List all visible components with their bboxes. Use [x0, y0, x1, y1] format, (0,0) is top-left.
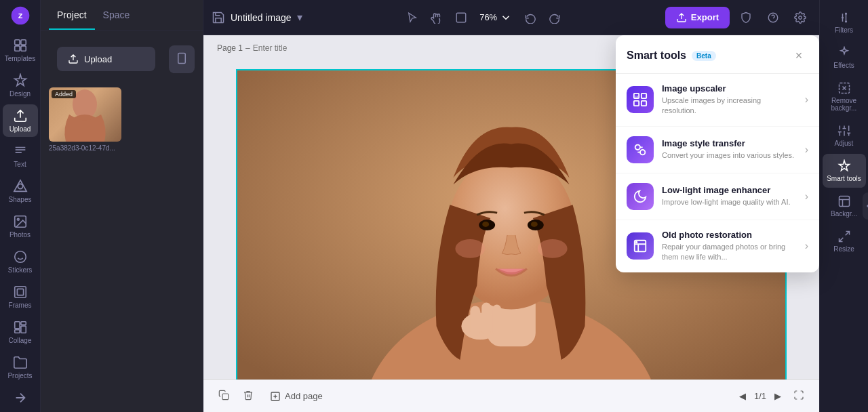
sidebar-item-text[interactable]: Text: [3, 140, 38, 172]
page-indicator: 1/1: [754, 391, 766, 401]
sidebar-item-templates-label: Templates: [5, 55, 36, 62]
restoration-info: Old photo restoration Repair your damage…: [662, 230, 797, 263]
style-transfer-icon: [627, 136, 654, 163]
sidebar-item-frames[interactable]: Frames: [3, 281, 38, 313]
right-sidebar-smart-tools[interactable]: Smart tools: [823, 154, 866, 188]
zoom-control[interactable]: 76%: [475, 7, 516, 28]
tab-space[interactable]: Space: [95, 0, 138, 30]
restoration-name: Old photo restoration: [662, 230, 797, 240]
sidebar-item-photos-label: Photos: [9, 231, 31, 239]
svg-rect-11: [14, 287, 26, 298]
right-sidebar-filters[interactable]: Filters: [823, 5, 866, 39]
next-page-btn[interactable]: ▶: [772, 388, 784, 404]
smart-tools-close-button[interactable]: ×: [789, 46, 808, 65]
smart-tools-header: Smart tools Beta ×: [616, 35, 819, 74]
upscaler-info: Image upscaler Upscale images by increas…: [662, 83, 797, 117]
svg-rect-5: [20, 46, 25, 51]
duplicate-page-btn[interactable]: [214, 386, 233, 407]
svg-rect-71: [642, 94, 646, 98]
delete-page-btn[interactable]: [239, 386, 258, 407]
sidebar-item-design-label: Design: [9, 90, 31, 98]
upload-btn-label: Upload: [84, 54, 112, 64]
bottom-bar: Add page ◀ 1/1 ▶: [203, 379, 819, 412]
list-item[interactable]: Added 25a382d3-0c12-47d...: [49, 87, 121, 152]
right-sidebar-remove-bg[interactable]: Remove backgr...: [823, 76, 866, 117]
svg-rect-21: [456, 13, 466, 22]
settings-icon-btn[interactable]: [789, 7, 811, 28]
smart-tools-title: Smart tools: [627, 49, 686, 62]
sidebar-item-text-label: Text: [14, 161, 26, 168]
zoom-level: 76%: [479, 12, 497, 22]
sidebar-item-projects-label: Projects: [7, 372, 32, 379]
smart-tool-restoration[interactable]: Old photo restoration Repair your damage…: [616, 220, 819, 272]
restoration-chevron: ›: [805, 240, 808, 252]
select-tool-btn[interactable]: [402, 7, 422, 28]
svg-point-39: [531, 222, 538, 227]
svg-rect-13: [14, 322, 19, 329]
lowlight-desc: Improve low-light image quality with AI.: [662, 197, 797, 207]
svg-rect-44: [481, 302, 491, 335]
panel-tab-bar: Project Space: [41, 0, 203, 30]
redo-button[interactable]: [545, 7, 565, 28]
device-btn[interactable]: [169, 45, 195, 73]
sidebar-item-collage[interactable]: Collage: [3, 316, 38, 348]
lowlight-name: Low-light image enhancer: [662, 185, 797, 195]
right-sidebar-filters-label: Filters: [835, 26, 853, 34]
smart-tool-lowlight[interactable]: Low-light image enhancer Improve low-lig…: [616, 173, 819, 220]
smart-tool-upscaler[interactable]: 4K Image upscaler Upscale images by incr…: [616, 74, 819, 127]
prev-page-btn[interactable]: ◀: [736, 388, 749, 404]
add-page-label: Add page: [285, 391, 323, 401]
sidebar-item-stickers[interactable]: Stickers: [3, 245, 38, 278]
panel-collapse-handle[interactable]: [863, 192, 868, 220]
style-transfer-name: Image style transfer: [662, 138, 797, 148]
add-page-button[interactable]: Add page: [263, 387, 330, 406]
svg-text:z: z: [18, 10, 22, 20]
svg-point-50: [842, 17, 843, 18]
frame-tool-btn[interactable]: [451, 7, 471, 28]
smart-tool-style-transfer[interactable]: Image style transfer Convert your images…: [616, 127, 819, 173]
top-bar: Untitled image ▾: [203, 0, 819, 35]
sidebar-item-projects[interactable]: Projects: [3, 351, 38, 384]
right-sidebar-background[interactable]: Backgr...: [823, 189, 866, 223]
svg-rect-43: [470, 306, 480, 336]
sidebar-item-templates[interactable]: Templates: [3, 34, 38, 66]
right-sidebar-resize[interactable]: Resize: [823, 224, 866, 258]
upload-button[interactable]: Upload: [57, 47, 155, 71]
smart-tools-title-area: Smart tools Beta: [627, 49, 716, 62]
page-navigation: ◀ 1/1 ▶: [736, 388, 784, 404]
undo-button[interactable]: [520, 7, 540, 28]
beta-badge: Beta: [692, 51, 716, 61]
shield-icon-btn[interactable]: [735, 7, 757, 28]
help-icon-btn[interactable]: [762, 7, 784, 28]
sidebar-item-shapes[interactable]: Shapes: [3, 175, 38, 207]
svg-rect-14: [20, 322, 25, 325]
sidebar-item-upload[interactable]: Upload: [3, 104, 38, 137]
svg-rect-45: [492, 304, 501, 335]
right-sidebar-adjust[interactable]: Adjust: [823, 119, 866, 152]
tab-project[interactable]: Project: [49, 0, 95, 30]
fullscreen-btn[interactable]: [789, 386, 808, 407]
export-button[interactable]: Export: [665, 7, 730, 28]
svg-point-80: [636, 242, 637, 243]
sidebar-item-frames-label: Frames: [9, 302, 32, 309]
sidebar-item-collapse[interactable]: [3, 386, 38, 409]
svg-rect-15: [20, 326, 25, 333]
right-sidebar-background-label: Backgr...: [831, 210, 857, 218]
right-sidebar-effects[interactable]: Effects: [823, 41, 866, 75]
added-badge: Added: [52, 90, 76, 98]
page-title-input[interactable]: [253, 43, 355, 53]
sidebar-item-shapes-label: Shapes: [9, 196, 32, 203]
hand-tool-btn[interactable]: [427, 7, 447, 28]
svg-rect-2: [14, 40, 19, 45]
lowlight-info: Low-light image enhancer Improve low-lig…: [662, 185, 797, 207]
svg-rect-16: [14, 330, 19, 333]
document-title-chevron[interactable]: ▾: [297, 11, 302, 24]
upscaler-icon: 4K: [627, 86, 654, 113]
style-transfer-chevron: ›: [805, 144, 808, 156]
sidebar-item-photos[interactable]: Photos: [3, 210, 38, 243]
sidebar-item-design[interactable]: Design: [3, 69, 38, 102]
lowlight-chevron: ›: [805, 190, 808, 203]
smart-tools-panel: Smart tools Beta × 4K Image upscaler Ups…: [616, 35, 819, 272]
svg-line-69: [839, 238, 843, 242]
app-logo[interactable]: z: [8, 5, 33, 26]
